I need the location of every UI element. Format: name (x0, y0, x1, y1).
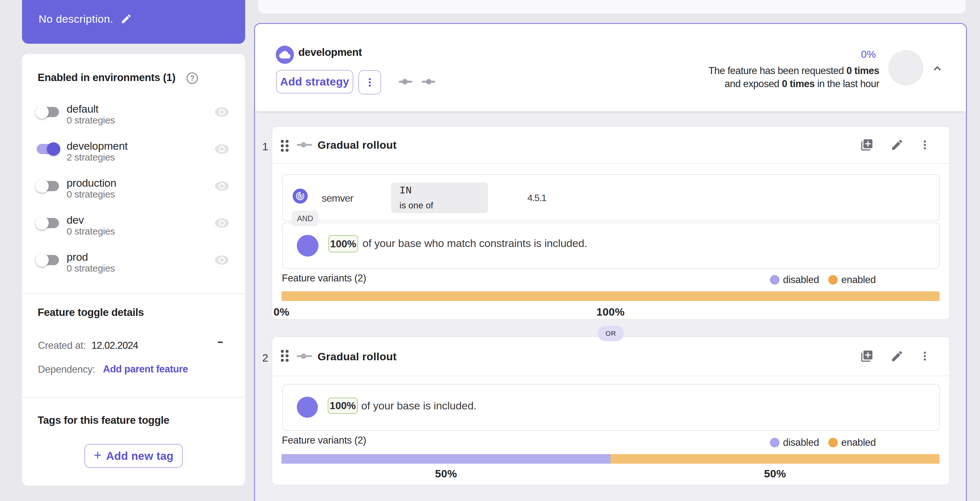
svg-text:?: ? (190, 74, 194, 82)
